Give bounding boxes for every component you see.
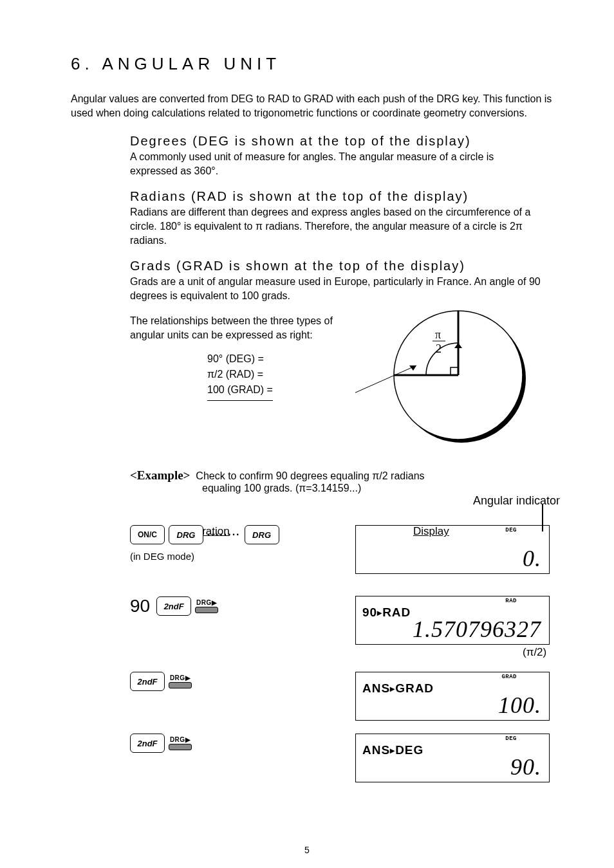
lcd-value: 1.570796327 <box>413 616 541 643</box>
angle-diagram: π 2 <box>355 295 548 456</box>
lcd-expression: ANS▸GRAD <box>362 681 434 696</box>
mode-indicator: DEG <box>505 735 517 742</box>
drg-key: DRG <box>245 525 279 544</box>
drg-shift-key: DRG▶ <box>195 599 218 613</box>
lcd-value: 100. <box>498 692 541 719</box>
secondf-key: 2ndF <box>130 734 165 753</box>
lcd-display-2: RAD 90▸RAD 1.570796327 <box>355 596 550 645</box>
lcd-display-4: DEG ANS▸DEG 90. <box>355 734 550 782</box>
onc-key: ON/C <box>130 525 165 544</box>
drg-shift-key: DRG▶ <box>169 674 192 688</box>
ellipsis: ········ <box>207 529 241 540</box>
lcd-value: 0. <box>523 545 541 572</box>
grads-heading: Grads (GRAD is shown at the top of the d… <box>130 259 542 273</box>
lcd-expression: ANS▸DEG <box>362 743 423 757</box>
input-90: 90 <box>130 596 150 616</box>
radians-body: Radians are different than degrees and e… <box>130 205 542 247</box>
section-title: 6. ANGULAR UNIT <box>71 54 554 74</box>
page-number: 5 <box>0 845 614 855</box>
degrees-heading: Degrees (DEG is shown at the top of the … <box>130 134 542 149</box>
lcd-display-3: GRAD ANS▸GRAD 100. <box>355 672 550 721</box>
svg-text:π: π <box>435 328 441 341</box>
example-tag: <Example> <box>130 468 190 482</box>
mode-indicator: GRAD <box>501 674 517 680</box>
relationship-equations: 90° (DEG) = π/2 (RAD) = 100 (GRAD) = <box>207 351 273 401</box>
drg-shift-key: DRG▶ <box>169 736 192 750</box>
secondf-key: 2ndF <box>130 672 165 691</box>
lcd-expression: 90▸RAD <box>362 605 411 620</box>
svg-text:2: 2 <box>436 342 442 355</box>
relationship-text: The relationships between the three type… <box>130 314 336 342</box>
mode-indicator: DEG <box>505 527 517 533</box>
drg-key: DRG <box>169 525 203 544</box>
deg-mode-note: (in DEG mode) <box>130 551 194 562</box>
angular-indicator-label: Angular indicator <box>473 494 560 508</box>
example-line2: equaling 100 grads. (π=3.14159...) <box>202 483 361 494</box>
lcd-value: 90. <box>510 753 541 780</box>
degrees-body: A commonly used unit of measure for angl… <box>130 150 542 178</box>
lcd-display-1: DEG 0. <box>355 525 550 574</box>
mode-indicator: RAD <box>505 598 517 604</box>
radians-heading: Radians (RAD is shown at the top of the … <box>130 189 542 204</box>
intro-paragraph: Angular values are converted from DEG to… <box>71 92 554 120</box>
secondf-key: 2ndF <box>156 596 191 616</box>
example-line1: Check to confirm 90 degrees equaling π/2… <box>196 470 424 481</box>
pi-over-2-note: (π/2) <box>523 646 546 659</box>
